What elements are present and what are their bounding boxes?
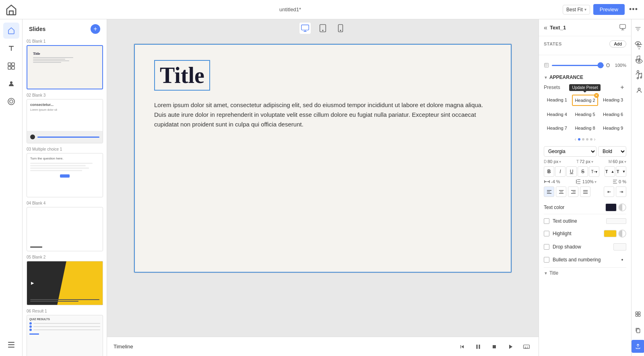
skip-back-btn[interactable]: [456, 341, 468, 352]
slide-item-3[interactable]: 03 Multiple choice 1 Turn the question h…: [23, 145, 107, 199]
preview-button[interactable]: Preview: [593, 4, 625, 15]
icon-sidebar: [0, 19, 23, 356]
dot-2[interactable]: [582, 138, 584, 141]
preset-heading2[interactable]: Update Preset Heading 2: [572, 95, 599, 106]
mobile-device-btn[interactable]: [335, 23, 346, 34]
play-btn[interactable]: [505, 341, 516, 352]
preset-heading3[interactable]: Heading 3: [600, 95, 626, 106]
more-button[interactable]: •••: [628, 4, 639, 15]
align-center-btn[interactable]: [556, 186, 566, 197]
right-edge-copy-btn[interactable]: [632, 324, 644, 337]
slide-thumb-2: consectetur... Lorem ipsum dolor sit: [27, 99, 103, 143]
timeline-label: Timeline: [114, 344, 133, 350]
presets-add-btn[interactable]: +: [618, 83, 626, 91]
svg-rect-31: [638, 315, 640, 317]
slide-item-2[interactable]: 02 Blank 3 consectetur... Lorem ipsum do…: [23, 91, 107, 145]
line-height-dropdown[interactable]: ▾: [594, 180, 597, 184]
pause-btn[interactable]: [473, 341, 484, 352]
svg-point-4: [10, 81, 12, 84]
dots-prev[interactable]: ‹: [575, 137, 576, 142]
slide-item-6[interactable]: 06 Result 1 QUIZ RESULTS: [23, 307, 107, 356]
drop-shadow-checkbox[interactable]: [544, 244, 549, 250]
dot-3[interactable]: [586, 138, 588, 141]
dots-next[interactable]: ›: [594, 137, 596, 142]
panel-monitor-icon[interactable]: [619, 23, 626, 32]
slide-item-1[interactable]: 01 Blank 1 Title: [23, 37, 107, 91]
align-justify-btn[interactable]: [580, 186, 590, 197]
presets-grid-row1: Heading 1 Update Preset Heading 2 Headin…: [544, 95, 626, 106]
preset-heading9[interactable]: Heading 9: [600, 123, 626, 133]
home-button[interactable]: [5, 3, 18, 16]
text-color-swatch[interactable]: [605, 203, 617, 211]
indent-increase-btn[interactable]: ⇥: [616, 186, 626, 197]
right-edge-filter-btn[interactable]: [632, 23, 644, 35]
slide-label-2: 02 Blank 3: [27, 93, 103, 97]
highlight-checkbox[interactable]: [544, 231, 549, 236]
right-edge-layers-btn[interactable]: [632, 308, 644, 321]
sidebar-text-btn[interactable]: [3, 40, 19, 56]
svg-text:T: T: [617, 169, 619, 174]
preset-heading6[interactable]: Heading 6: [600, 109, 626, 120]
m-label: M: [609, 159, 612, 164]
sidebar-bottom-btn[interactable]: [3, 337, 19, 353]
bottom-toggle[interactable]: ▼ Title: [544, 270, 626, 276]
preset-heading1[interactable]: Heading 1: [544, 95, 570, 106]
text-color-toggle[interactable]: [618, 203, 626, 211]
align-left-btn[interactable]: [544, 186, 554, 197]
text-size-up-btn[interactable]: T ▲: [605, 166, 615, 177]
svg-point-14: [340, 30, 341, 31]
font-weight-select[interactable]: Bold Regular Italic: [598, 146, 626, 157]
opacity-slider[interactable]: [552, 65, 604, 66]
sidebar-question-btn[interactable]: [3, 93, 19, 110]
bold-btn[interactable]: B: [544, 166, 554, 177]
m-dropdown[interactable]: ▾: [624, 159, 626, 164]
add-slide-button[interactable]: +: [91, 24, 100, 34]
d-dropdown[interactable]: ▾: [559, 159, 561, 164]
sidebar-chars-btn[interactable]: [3, 76, 19, 92]
fit-dropdown[interactable]: Best Fit ▾: [563, 5, 590, 14]
t-value: 72 px: [580, 159, 590, 164]
add-state-button[interactable]: Add: [609, 40, 626, 48]
underline-btn[interactable]: U: [566, 166, 577, 177]
font-family-select[interactable]: Georgia: [544, 146, 597, 157]
indent-decrease-btn[interactable]: ⇤: [604, 186, 614, 197]
dot-4[interactable]: [590, 138, 592, 141]
appearance-chevron: ▼: [544, 75, 548, 80]
preset-heading7[interactable]: Heading 7: [544, 123, 570, 133]
slide-title-box[interactable]: Title: [154, 60, 210, 91]
appearance-toggle[interactable]: ▼ APPEARANCE: [544, 75, 626, 80]
bottom-section: ▼ Title: [544, 267, 626, 278]
strikethrough-btn[interactable]: S: [578, 166, 588, 177]
caption-btn[interactable]: [521, 341, 532, 352]
t-item: T 72 px ▾: [576, 159, 593, 164]
right-edge-share-btn[interactable]: [632, 340, 644, 353]
superscript-dropdown-btn[interactable]: T+▾: [589, 166, 599, 177]
preset-heading5[interactable]: Heading 5: [572, 109, 599, 120]
slide-item-4[interactable]: 04 Blank 4: [23, 199, 107, 253]
indent-icon: [612, 179, 618, 184]
t-dropdown[interactable]: ▾: [591, 159, 593, 164]
align-right-btn[interactable]: [568, 186, 578, 197]
text-size-down-btn[interactable]: T ▼: [616, 166, 626, 177]
dot-1[interactable]: [578, 138, 580, 141]
slide-canvas[interactable]: Title Lorem ipsum dolor sit amet, consec…: [134, 43, 512, 273]
panel-back-btn[interactable]: «: [544, 24, 547, 31]
text-color-row: Text color: [544, 201, 626, 214]
italic-btn[interactable]: I: [555, 166, 566, 177]
text-outline-checkbox[interactable]: [544, 218, 549, 224]
drop-shadow-preview: [613, 243, 626, 250]
tablet-device-btn[interactable]: [317, 23, 328, 34]
opacity-handle: [606, 63, 610, 67]
svg-rect-1: [12, 63, 14, 66]
slide-item-5[interactable]: 05 Blank 2 ▶: [23, 253, 107, 307]
stop-btn[interactable]: [489, 341, 500, 352]
highlight-color-toggle[interactable]: [618, 230, 626, 238]
preset-heading8[interactable]: Heading 8: [572, 123, 599, 133]
letter-spacing-value: 0 %: [619, 179, 626, 184]
bullets-checkbox[interactable]: [544, 257, 549, 263]
highlight-color-swatch[interactable]: [604, 230, 617, 237]
preset-heading4[interactable]: Heading 4: [544, 109, 570, 120]
desktop-device-btn[interactable]: [299, 23, 311, 34]
sidebar-home-btn[interactable]: [3, 23, 19, 39]
sidebar-media-btn[interactable]: [3, 58, 19, 74]
